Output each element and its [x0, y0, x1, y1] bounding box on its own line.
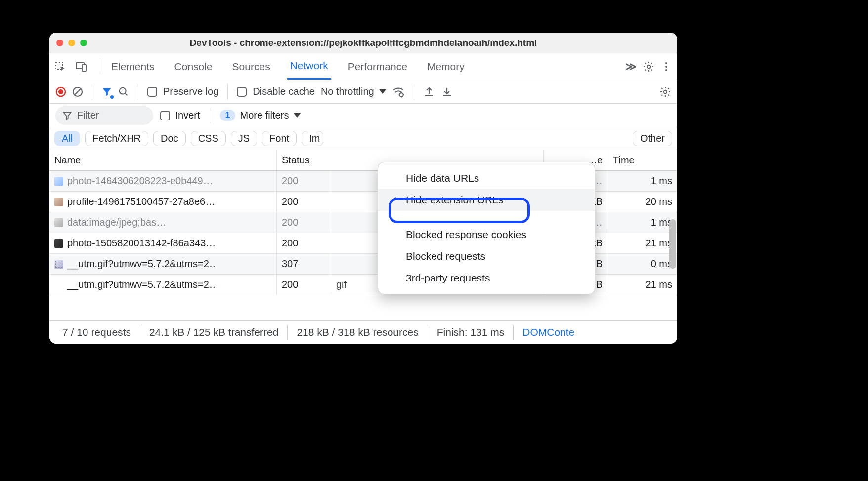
- panel-tabs: Elements Console Sources Network Perform…: [104, 53, 468, 80]
- close-icon[interactable]: [56, 40, 63, 46]
- network-conditions-icon[interactable]: [392, 85, 405, 98]
- row-time: 1 ms: [608, 212, 677, 233]
- panel-tabstrip: Elements Console Sources Network Perform…: [49, 53, 677, 80]
- tab-network[interactable]: Network: [287, 53, 331, 80]
- filter-bar: Filter Invert 1 More filters: [49, 104, 677, 127]
- more-filters-toggle[interactable]: 1 More filters: [220, 110, 301, 121]
- divider: [92, 84, 92, 100]
- throttling-select[interactable]: No throttling: [321, 86, 386, 97]
- row-time: 21 ms: [608, 275, 677, 295]
- inspect-icon[interactable]: [54, 61, 66, 73]
- svg-point-4: [665, 62, 667, 64]
- disable-cache-checkbox[interactable]: [237, 87, 247, 97]
- more-filters-label: More filters: [240, 110, 289, 121]
- status-finish: Finish: 131 ms: [428, 321, 514, 344]
- row-name: photo-1505820013142-f86a343…: [67, 238, 216, 249]
- disable-cache-label: Disable cache: [253, 86, 315, 97]
- favicon-icon: [54, 218, 63, 227]
- tab-performance[interactable]: Performance: [345, 53, 410, 80]
- chevron-down-icon: [294, 113, 301, 118]
- menu-item-label: 3rd-party requests: [406, 272, 490, 284]
- row-name: data:image/jpeg;bas…: [67, 217, 166, 228]
- menu-item-hide-data-urls[interactable]: Hide data URLs: [378, 167, 595, 189]
- svg-point-14: [664, 90, 667, 93]
- col-time[interactable]: Time: [608, 150, 677, 170]
- record-button[interactable]: [55, 86, 66, 97]
- status-domcontent[interactable]: DOMConte: [514, 321, 583, 344]
- clear-icon[interactable]: [72, 86, 83, 97]
- svg-line-10: [75, 89, 81, 95]
- chip-js[interactable]: JS: [231, 131, 257, 146]
- row-name: __utm.gif?utmwv=5.7.2&utms=2…: [67, 279, 219, 290]
- row-time: 1 ms: [608, 171, 677, 191]
- preserve-log-label: Preserve log: [163, 86, 218, 97]
- menu-item-blocked-requests[interactable]: Blocked requests: [378, 245, 595, 267]
- row-status: 307: [277, 254, 331, 274]
- scrollbar-thumb[interactable]: [669, 219, 676, 269]
- divider: [227, 84, 228, 100]
- minimize-icon[interactable]: [68, 40, 75, 46]
- gear-icon[interactable]: [659, 86, 671, 98]
- row-name: __utm.gif?utmwv=5.7.2&utms=2…: [67, 258, 219, 270]
- filter-icon[interactable]: [101, 86, 112, 97]
- row-type: gif: [336, 279, 347, 290]
- chip-other[interactable]: Other: [633, 131, 672, 146]
- invert-label: Invert: [175, 110, 200, 121]
- row-status: 200: [277, 275, 331, 295]
- menu-item-label: Blocked requests: [406, 250, 485, 262]
- devtools-window: DevTools - chrome-extension://pejkokffka…: [49, 33, 677, 344]
- chip-font[interactable]: Font: [262, 131, 297, 146]
- svg-point-13: [399, 93, 403, 97]
- upload-icon[interactable]: [423, 86, 435, 98]
- type-filter-row: All Fetch/XHR Doc CSS JS Font Im Other: [49, 127, 677, 150]
- preserve-log-checkbox[interactable]: [147, 87, 157, 97]
- window-title: DevTools - chrome-extension://pejkokffka…: [49, 38, 677, 48]
- menu-item-hide-extension-urls[interactable]: ✓ Hide extension URLs: [378, 189, 595, 211]
- row-name: profile-1496175100457-27a8e6…: [67, 196, 215, 207]
- status-resources: 218 kB / 318 kB resources: [288, 321, 427, 344]
- menu-item-blocked-response-cookies[interactable]: Blocked response cookies: [378, 224, 595, 245]
- tab-sources[interactable]: Sources: [229, 53, 273, 80]
- gear-icon[interactable]: [643, 61, 654, 73]
- menu-item-label: Blocked response cookies: [406, 229, 526, 240]
- network-toolbar: Preserve log Disable cache No throttling: [49, 80, 677, 104]
- svg-line-12: [125, 93, 128, 95]
- device-toolbar-icon[interactable]: [75, 61, 87, 73]
- chip-all[interactable]: All: [54, 131, 80, 146]
- overflow-tabs-icon[interactable]: ≫: [625, 60, 637, 73]
- svg-point-8: [58, 89, 63, 94]
- menu-item-label: Hide data URLs: [406, 172, 479, 184]
- col-status[interactable]: Status: [277, 150, 331, 170]
- favicon-icon: [54, 177, 63, 186]
- row-time: 0 ms: [608, 254, 677, 274]
- tab-elements[interactable]: Elements: [108, 53, 158, 80]
- chip-fetch-xhr[interactable]: Fetch/XHR: [85, 131, 148, 146]
- kebab-menu-icon[interactable]: [660, 61, 672, 73]
- menu-item-3rd-party-requests[interactable]: 3rd-party requests: [378, 267, 595, 289]
- filter-input[interactable]: Filter: [55, 106, 153, 125]
- svg-point-11: [120, 87, 126, 94]
- search-icon[interactable]: [118, 86, 129, 97]
- divider: [414, 84, 414, 100]
- favicon-icon: [54, 239, 63, 248]
- status-bar: 7 / 10 requests 24.1 kB / 125 kB transfe…: [49, 320, 677, 344]
- tab-console[interactable]: Console: [172, 53, 216, 80]
- row-time: 20 ms: [608, 192, 677, 212]
- col-name[interactable]: Name: [49, 150, 277, 170]
- invert-checkbox[interactable]: [160, 111, 170, 120]
- throttling-value: No throttling: [321, 86, 374, 97]
- chip-img-truncated[interactable]: Im: [302, 131, 323, 146]
- title-prefix: DevTools -: [190, 38, 240, 48]
- svg-point-5: [665, 66, 667, 68]
- download-icon[interactable]: [441, 86, 453, 98]
- row-name: photo-1464306208223-e0b449…: [67, 175, 213, 187]
- chip-css[interactable]: CSS: [191, 131, 226, 146]
- row-status: 200: [277, 192, 331, 212]
- favicon-icon: [54, 198, 63, 206]
- tab-memory[interactable]: Memory: [424, 53, 468, 80]
- fullscreen-icon[interactable]: [80, 40, 87, 46]
- check-icon: ✓: [388, 194, 399, 206]
- chip-doc[interactable]: Doc: [153, 131, 186, 146]
- divider: [138, 84, 138, 100]
- row-time: 21 ms: [608, 233, 677, 253]
